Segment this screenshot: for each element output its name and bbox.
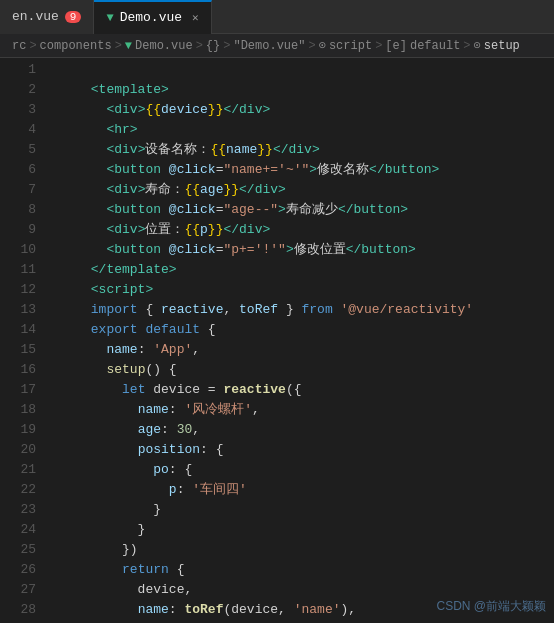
tab-demo-vue[interactable]: ▼ Demo.vue ✕	[94, 0, 211, 34]
watermark: CSDN @前端大颖颖	[436, 598, 546, 615]
sep4: >	[223, 39, 230, 53]
tab-bar: en.vue 9 ▼ Demo.vue ✕	[0, 0, 554, 34]
breadcrumb-demo-vue2: "Demo.vue"	[233, 39, 305, 53]
breadcrumb-components: components	[40, 39, 112, 53]
breadcrumb: rc > components > ▼ Demo.vue > {} > "Dem…	[0, 34, 554, 58]
tab-label: Demo.vue	[120, 10, 182, 25]
editor-area: 1 2 3 4 5 6 7 8 9 10 11 12 13 14 15 16 1…	[0, 58, 554, 623]
breadcrumb-default: default	[410, 39, 460, 53]
sep6: >	[375, 39, 382, 53]
sep5: >	[308, 39, 315, 53]
breadcrumb-braces: {}	[206, 39, 220, 53]
line-numbers: 1 2 3 4 5 6 7 8 9 10 11 12 13 14 15 16 1…	[0, 58, 44, 623]
tab-en-vue[interactable]: en.vue 9	[0, 0, 94, 34]
breadcrumb-script: script	[329, 39, 372, 53]
sep2: >	[115, 39, 122, 53]
breadcrumb-script-icon: ⊙	[319, 38, 326, 53]
code-line: <template>	[44, 60, 542, 80]
sep3: >	[196, 39, 203, 53]
breadcrumb-demo-vue: Demo.vue	[135, 39, 193, 53]
close-icon[interactable]: ✕	[192, 11, 199, 24]
breadcrumb-setup-icon: ⊙	[474, 38, 481, 53]
vue-icon: ▼	[106, 11, 113, 25]
tab-badge: 9	[65, 11, 82, 23]
breadcrumb-rc: rc	[12, 39, 26, 53]
breadcrumb-setup: setup	[484, 39, 520, 53]
tab-label: en.vue	[12, 9, 59, 24]
sep7: >	[463, 39, 470, 53]
breadcrumb-e-icon: [e]	[385, 39, 407, 53]
code-content[interactable]: <template> <div>{{device}}</div> <hr> <d…	[44, 58, 554, 623]
sep1: >	[29, 39, 36, 53]
breadcrumb-vue-icon: ▼	[125, 39, 132, 53]
